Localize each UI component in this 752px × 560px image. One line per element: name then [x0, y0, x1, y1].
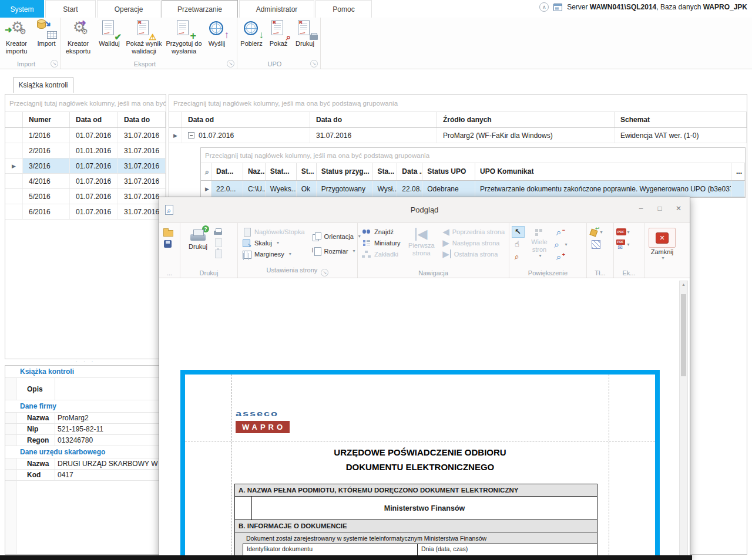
- ribbon-group-upo: ↓ Pobierz R⌕ Pokaż R Drukuj UPO: [237, 18, 321, 69]
- table-row[interactable]: 6/2016 01.07.2016 31.07.2016: [5, 204, 166, 220]
- ribbon-group-import: ➜ Kreator importu ➜ Import Import: [0, 18, 61, 69]
- quick-print-icon[interactable]: [213, 227, 223, 237]
- thumbnails-button[interactable]: Miniatury: [360, 237, 402, 248]
- upo-dialog-launcher-icon[interactable]: [310, 60, 318, 68]
- ribbon-collapse-icon[interactable]: [539, 2, 549, 12]
- watermark-button[interactable]: [589, 238, 602, 250]
- panel-splitter[interactable]: · · ·: [5, 359, 166, 365]
- next-page-button[interactable]: ▶Następna strona: [441, 237, 506, 248]
- toolbar-group-navigation: Znajdź Miniatury Zakładki ◀ Pierwsza str…: [358, 223, 509, 278]
- zoom-level-button[interactable]: [554, 238, 567, 250]
- column-header-numer[interactable]: Numer: [23, 112, 70, 127]
- margins-button[interactable]: Marginesy: [240, 248, 307, 259]
- column-header[interactable]: Status przyg...: [317, 163, 373, 180]
- tab-operacje[interactable]: Operacje: [97, 0, 160, 18]
- maximize-button[interactable]: □: [656, 204, 664, 212]
- print-options-icon[interactable]: [213, 238, 223, 247]
- bookmarks-button[interactable]: Zakładki: [360, 248, 402, 259]
- minimize-button[interactable]: –: [637, 204, 645, 212]
- kreator-eksportu-button[interactable]: ➜ Kreator eksportu: [61, 19, 95, 58]
- column-header[interactable]: St...: [297, 163, 317, 180]
- table-row[interactable]: 5/2016 01.07.2016 31.07.2016: [5, 189, 166, 204]
- column-header-data-od[interactable]: Data od: [70, 112, 118, 127]
- pobierz-button[interactable]: ↓ Pobierz: [237, 19, 266, 58]
- opis-value[interactable]: [55, 378, 166, 400]
- export-pdf-button[interactable]: [616, 226, 629, 238]
- detail-row-selected[interactable]: ▶ 22.0... C:\U... Wyeks... Ok Przygotowa…: [201, 181, 745, 197]
- row-indicator-icon: ▶: [169, 128, 182, 143]
- pointer-tool-button[interactable]: [512, 226, 525, 238]
- save-button[interactable]: [162, 238, 174, 250]
- details-row-nip[interactable]: Nip 521-195-82-11: [5, 424, 166, 435]
- zoom-out-button[interactable]: −: [554, 226, 567, 238]
- scrollbar-thumb[interactable]: [681, 294, 686, 376]
- multiple-pages-button[interactable]: Wiele stron: [527, 226, 552, 267]
- orientation-button[interactable]: Orientacja: [310, 231, 362, 242]
- previous-page-button[interactable]: ◀Poprzednia strona: [441, 226, 506, 237]
- eksport-dialog-launcher-icon[interactable]: [227, 60, 234, 68]
- scroll-up-icon[interactable]: ▲: [680, 282, 687, 286]
- hand-tool-button[interactable]: [512, 238, 525, 250]
- kreator-importu-button[interactable]: ➜ Kreator importu: [0, 19, 33, 58]
- details-row-regon[interactable]: Regon 013246780: [5, 435, 166, 446]
- zamknij-button[interactable]: Zamknij: [647, 226, 677, 261]
- column-header[interactable]: Sta...: [372, 163, 397, 180]
- pokaz-button[interactable]: R⌕ Pokaż: [266, 19, 291, 58]
- size-button[interactable]: Rozmiar: [310, 245, 362, 257]
- header-footer-button[interactable]: Nagłówek/Stopka: [240, 226, 307, 237]
- tab-przetwarzanie[interactable]: Przetwarzanie: [162, 0, 238, 18]
- details-row-kod[interactable]: Kod 0417: [5, 470, 166, 481]
- clipboard-icon[interactable]: [213, 248, 223, 258]
- document-plus-icon: +: [173, 20, 195, 39]
- scale-button[interactable]: Skaluj: [240, 237, 307, 248]
- table-row[interactable]: 1/2016 01.07.2016 31.07.2016: [5, 128, 166, 143]
- master-row[interactable]: ▶ 01.07.2016 31.07.2016 ProMarg2 (WF-FaK…: [169, 128, 747, 143]
- close-button[interactable]: ✕: [674, 204, 683, 212]
- details-row-urzad-nazwa[interactable]: Nazwa DRUGI URZĄD SKARBOWY W TOR: [5, 458, 166, 470]
- column-header[interactable]: Dat...: [212, 163, 243, 180]
- first-page-button[interactable]: ◀ Pierwsza strona: [405, 226, 439, 267]
- zoom-region-button[interactable]: [512, 251, 525, 262]
- send-pdf-button[interactable]: [616, 238, 629, 250]
- preview-scrollbar[interactable]: ▲: [679, 281, 688, 558]
- column-header[interactable]: Naz...: [243, 163, 266, 180]
- table-row[interactable]: 4/2016 01.07.2016 31.07.2016: [5, 174, 166, 189]
- search-icon[interactable]: [201, 163, 212, 180]
- page-setup-dialog-launcher-icon[interactable]: [321, 269, 328, 276]
- tab-pomoc[interactable]: Pomoc: [315, 0, 372, 18]
- find-button[interactable]: Znajdź: [360, 226, 402, 237]
- pokaz-wynik-walidacji-button[interactable]: R⚠ Pokaż wynik walidacji: [123, 19, 164, 58]
- column-header-data-do[interactable]: Data do: [310, 112, 437, 127]
- column-header[interactable]: Status UPO: [422, 163, 475, 180]
- podglad-titlebar[interactable]: Podgląd – □ ✕: [159, 197, 690, 223]
- column-header-zrodlo[interactable]: Źródło danych: [437, 112, 615, 127]
- page-color-button[interactable]: [589, 226, 602, 238]
- column-header[interactable]: ...: [731, 163, 745, 180]
- column-header-schemat[interactable]: Schemat: [615, 112, 747, 127]
- przygotuj-do-wyslania-button[interactable]: + Przygotuj do wysłania: [164, 19, 203, 58]
- details-row-nazwa[interactable]: Nazwa ProMarg2: [5, 413, 166, 424]
- column-header-data-od[interactable]: Data od: [182, 112, 310, 127]
- table-row-selected[interactable]: ▶ 3/2016 01.07.2016 31.07.2016: [5, 158, 166, 174]
- collapse-row-icon[interactable]: [188, 132, 194, 139]
- id-label: Identyfikator dokumentu: [243, 544, 417, 552]
- column-header[interactable]: Stat...: [266, 163, 297, 180]
- waliduj-button[interactable]: ✔ Waliduj: [95, 19, 123, 58]
- tab-ksiazka-kontroli[interactable]: Książka kontroli: [13, 77, 73, 93]
- column-header[interactable]: UPO Komunikat: [475, 163, 731, 180]
- column-header[interactable]: Data ...: [397, 163, 422, 180]
- tab-start[interactable]: Start: [45, 0, 96, 18]
- print-button[interactable]: ? Drukuj: [183, 226, 213, 267]
- tab-system[interactable]: System: [0, 0, 44, 18]
- last-page-button[interactable]: ▶Ostatnia strona: [441, 248, 506, 259]
- table-row[interactable]: 2/2016 01.01.2016 31.07.2016: [5, 143, 166, 158]
- drukuj-button[interactable]: R Drukuj: [291, 19, 318, 58]
- wyslij-button[interactable]: ↑ Wyślij: [203, 19, 230, 58]
- open-button[interactable]: [162, 226, 174, 238]
- import-button[interactable]: ➜ Import: [33, 19, 60, 58]
- details-row-opis[interactable]: Opis: [5, 378, 166, 400]
- tab-administrator[interactable]: Administrator: [239, 0, 314, 18]
- column-header-data-do[interactable]: Data do: [118, 112, 166, 127]
- zoom-in-button[interactable]: +: [554, 251, 567, 262]
- import-dialog-launcher-icon[interactable]: [51, 60, 58, 68]
